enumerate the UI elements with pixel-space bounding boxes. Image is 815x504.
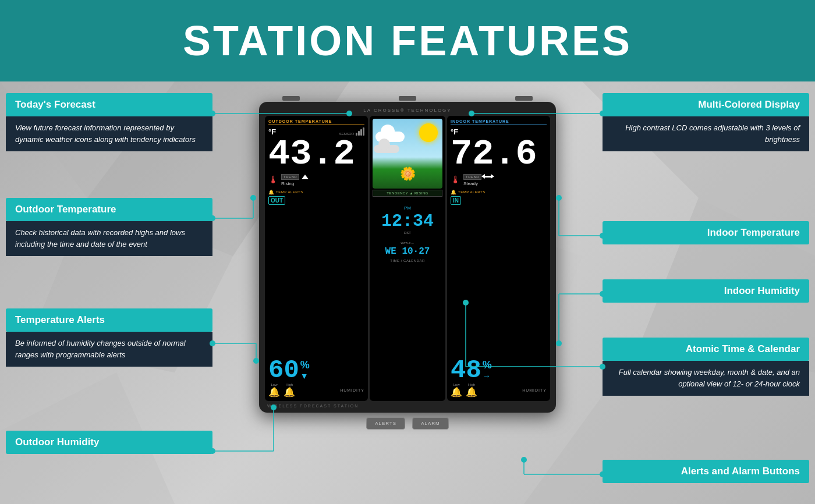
low-label-outdoor: Low	[268, 383, 280, 386]
feature-outdoor-humidity: Outdoor Humidity	[6, 431, 212, 454]
alerts-alarm-buttons-label: Alerts and Alarm Buttons	[603, 460, 809, 483]
indoor-panel: INDOOR TEMPERATURE °F 72.6 🌡 TREND	[447, 116, 550, 401]
weather-station-device: LA CROSSE® TECHNOLOGY OUTDOOR TEMPERATUR…	[259, 96, 556, 430]
humidity-label-outdoor: HUMIDITY	[340, 388, 364, 392]
main-area: Today's Forecast View future forecast in…	[0, 81, 815, 504]
high-bell-indoor: 🔔	[466, 387, 477, 397]
outdoor-temperature-desc: Check historical data with recorded high…	[6, 221, 212, 256]
indoor-trend: Steady	[463, 181, 492, 186]
temp-alerts-label-indoor: TEMP ALERTS	[458, 190, 486, 194]
clock-display: 12:34	[381, 212, 434, 231]
low-bell-indoor: 🔔	[451, 387, 462, 397]
tendency-box: TENDENCY ▲ RISING	[373, 190, 442, 197]
high-label-indoor: High	[466, 383, 477, 386]
device-footer-label: WIRELESS FORECAST STATION	[265, 404, 550, 408]
temp-alerts-icon-outdoor: 🔔	[268, 190, 274, 195]
today-forecast-desc: View future forecast information represe…	[6, 116, 212, 151]
outdoor-humidity-label: Outdoor Humidity	[6, 431, 212, 454]
outdoor-temperature-label: Outdoor Temperature	[6, 198, 212, 221]
spring-icon: 🌼	[400, 166, 416, 182]
high-label-outdoor: High	[284, 383, 295, 386]
center-panel: 🌼 TENDENCY ▲ RISING PM 12:34 DST	[370, 116, 445, 401]
pm-label: PM	[404, 205, 411, 211]
page-title: STATION FEATURES	[183, 17, 632, 65]
feature-outdoor-temperature: Outdoor Temperature Check historical dat…	[6, 198, 212, 256]
header: STATION FEATURES	[0, 0, 815, 81]
device-brand: LA CROSSE® TECHNOLOGY	[265, 108, 550, 113]
outdoor-trend: Rising	[281, 181, 309, 186]
today-forecast-label: Today's Forecast	[6, 93, 212, 116]
indoor-humidity-val: 48	[451, 357, 481, 383]
trend-badge-outdoor: TREND	[281, 174, 299, 180]
sun-icon	[419, 123, 438, 142]
indoor-panel-title: INDOOR TEMPERATURE	[451, 119, 547, 125]
thermometer-icon-indoor: 🌡	[451, 174, 461, 186]
alerts-button[interactable]: ALERTS	[366, 417, 405, 430]
low-label-indoor: Low	[451, 383, 462, 386]
feature-alerts-alarm-buttons: Alerts and Alarm Buttons	[603, 460, 809, 483]
multi-colored-display-label: Multi-Colored Display	[603, 93, 809, 116]
thermometer-icon-outdoor: 🌡	[268, 174, 279, 186]
indoor-temperature-label: Indoor Temperature	[603, 221, 809, 244]
atomic-time-label: Atomic Time & Calendar	[603, 338, 809, 361]
temp-alerts-label-outdoor: TEMP ALERTS	[276, 190, 303, 194]
atomic-time-desc: Full calendar showing weekday, month & d…	[603, 361, 809, 396]
temperature-alerts-desc: Be informed of humidity changes outside …	[6, 332, 212, 367]
outdoor-panel: OUTDOOR TEMPERATURE °F SENSOR 43.2	[265, 116, 368, 401]
humidity-label-indoor: HUMIDITY	[522, 388, 547, 392]
trend-badge-indoor: TREND	[463, 174, 481, 180]
in-label: IN	[451, 196, 461, 205]
feature-indoor-temperature: Indoor Temperature	[603, 221, 809, 244]
indoor-humidity-label: Indoor Humidity	[603, 279, 809, 303]
feature-atomic-time: Atomic Time & Calendar Full calendar sho…	[603, 338, 809, 396]
date-display: WE 10·27	[385, 246, 430, 257]
weather-icon-area: 🌼	[373, 119, 442, 189]
device-body: LA CROSSE® TECHNOLOGY OUTDOOR TEMPERATUR…	[259, 102, 556, 413]
outdoor-humidity-val: 60	[268, 357, 299, 383]
time-cal-label: TIME / CALENDAR	[390, 259, 425, 262]
multi-colored-display-desc: High contrast LCD comes adjustable with …	[603, 116, 809, 151]
temperature-alerts-label: Temperature Alerts	[6, 308, 212, 332]
feature-indoor-humidity: Indoor Humidity	[603, 279, 809, 303]
dst-label: DST	[404, 231, 411, 235]
outdoor-panel-title: OUTDOOR TEMPERATURE	[268, 119, 364, 125]
high-bell-outdoor: 🔔	[284, 387, 295, 397]
temp-alerts-icon-indoor: 🔔	[451, 190, 456, 195]
feature-temperature-alerts: Temperature Alerts Be informed of humidi…	[6, 308, 212, 367]
outdoor-big-temp: 43.2	[268, 137, 364, 172]
feature-multi-colored-display: Multi-Colored Display High contrast LCD …	[603, 93, 809, 151]
feature-today-forecast: Today's Forecast View future forecast in…	[6, 93, 212, 151]
out-label: OUT	[268, 196, 285, 205]
alarm-button[interactable]: ALARM	[412, 417, 449, 430]
low-bell-outdoor: 🔔	[268, 387, 280, 397]
indoor-big-temp: 72.6	[451, 137, 547, 172]
website-label: www.e...	[401, 241, 414, 244]
